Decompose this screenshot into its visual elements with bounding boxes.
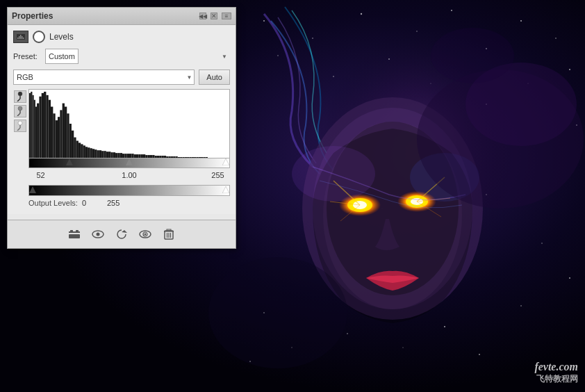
svg-rect-88	[67, 113, 69, 158]
svg-rect-128	[159, 156, 161, 158]
svg-marker-149	[66, 158, 73, 165]
svg-rect-89	[69, 124, 72, 158]
svg-rect-110	[117, 153, 120, 158]
svg-marker-152	[29, 186, 36, 193]
delete-button[interactable]	[160, 226, 177, 243]
minimize-button[interactable]: ◀◀	[199, 13, 206, 19]
svg-rect-112	[122, 154, 124, 158]
svg-rect-102	[99, 150, 101, 158]
svg-rect-81	[51, 107, 53, 158]
svg-rect-124	[150, 155, 152, 158]
svg-point-20	[541, 243, 542, 243]
output-white-value: 255	[107, 199, 128, 207]
svg-rect-78	[44, 92, 46, 158]
svg-rect-87	[65, 107, 67, 158]
svg-rect-95	[83, 145, 85, 158]
svg-rect-135	[175, 156, 177, 158]
channel-select[interactable]: RGB	[13, 70, 195, 85]
svg-rect-79	[46, 95, 48, 158]
layer-label: Levels	[49, 32, 74, 42]
svg-point-47	[292, 146, 375, 202]
tools-column	[13, 89, 28, 209]
svg-rect-71	[31, 92, 32, 158]
black-input-slider[interactable]	[66, 158, 73, 168]
svg-rect-139	[185, 157, 187, 158]
svg-point-7	[520, 20, 522, 22]
svg-rect-122	[145, 155, 147, 158]
svg-rect-157	[76, 230, 79, 232]
svg-point-159	[97, 233, 100, 236]
svg-rect-144	[196, 157, 198, 158]
preview-button[interactable]	[137, 226, 154, 243]
expand-button[interactable]	[66, 226, 83, 243]
black-output-slider[interactable]	[29, 186, 36, 195]
preset-row: Preset: Custom	[13, 49, 230, 64]
visibility-toggle-button[interactable]	[90, 226, 106, 243]
gray-eyedropper-button[interactable]	[14, 105, 26, 117]
output-levels-slider[interactable]	[28, 185, 230, 196]
svg-rect-59	[23, 38, 24, 39]
svg-rect-119	[138, 154, 140, 158]
svg-point-65	[18, 106, 22, 111]
menu-button[interactable]: ≡	[222, 13, 231, 19]
svg-line-67	[17, 128, 20, 131]
svg-rect-133	[171, 156, 173, 158]
svg-rect-97	[88, 147, 90, 158]
watermark-line1: fevte.com	[534, 361, 578, 373]
channel-select-wrapper[interactable]: RGB	[13, 70, 195, 85]
svg-marker-160	[122, 230, 127, 233]
preset-select[interactable]: Custom	[45, 49, 79, 64]
preset-select-wrapper[interactable]: Custom	[45, 49, 230, 64]
svg-marker-150	[126, 158, 133, 165]
mid-input-value: 1.00	[117, 171, 142, 179]
main-area: 52 1.00 255 Output Lev	[13, 89, 230, 209]
svg-rect-99	[92, 149, 94, 158]
watermark: fevte.com 飞特教程网	[534, 361, 578, 385]
svg-rect-72	[32, 95, 33, 158]
svg-point-22	[520, 305, 522, 307]
svg-rect-83	[56, 120, 58, 158]
svg-rect-134	[173, 156, 175, 158]
svg-rect-117	[134, 154, 136, 158]
svg-rect-155	[69, 234, 80, 238]
svg-point-3	[361, 13, 362, 15]
input-levels-slider[interactable]	[28, 158, 230, 168]
svg-rect-100	[94, 149, 97, 158]
svg-point-1	[263, 20, 265, 22]
gray-input-slider[interactable]	[126, 158, 133, 168]
output-label-row: Output Levels: 0 255	[28, 197, 230, 209]
white-eyedropper-button[interactable]	[14, 120, 26, 132]
svg-rect-120	[141, 154, 143, 158]
panel-title: Properties	[12, 11, 53, 21]
output-black-value: 0	[82, 199, 103, 207]
svg-point-68	[18, 121, 22, 125]
close-button[interactable]: ✕	[211, 13, 217, 19]
black-input-value: 52	[28, 171, 53, 179]
svg-rect-106	[108, 152, 110, 158]
svg-rect-140	[187, 157, 189, 158]
reset-button[interactable]	[113, 226, 130, 243]
histogram-box	[28, 89, 230, 158]
svg-point-50	[208, 257, 347, 368]
white-input-slider[interactable]	[222, 158, 229, 168]
svg-rect-80	[49, 100, 51, 158]
svg-rect-132	[168, 156, 170, 158]
black-eyedropper-button[interactable]	[14, 90, 26, 103]
auto-button[interactable]: Auto	[199, 70, 230, 85]
svg-rect-57	[20, 35, 22, 39]
svg-rect-148	[206, 157, 208, 158]
svg-point-21	[569, 277, 570, 279]
preset-label: Preset:	[13, 52, 41, 60]
svg-rect-91	[74, 138, 76, 158]
svg-marker-153	[222, 186, 229, 193]
svg-rect-143	[194, 157, 196, 158]
properties-panel: Properties ◀◀ ✕ ≡ Leve	[7, 7, 236, 249]
svg-rect-55	[17, 38, 19, 39]
svg-rect-73	[34, 100, 35, 158]
svg-point-29	[479, 354, 480, 355]
input-values-row: 52 1.00 255	[28, 170, 230, 181]
svg-point-62	[18, 92, 22, 96]
white-output-slider[interactable]	[222, 186, 229, 195]
svg-rect-74	[35, 107, 37, 158]
svg-rect-109	[115, 153, 117, 158]
